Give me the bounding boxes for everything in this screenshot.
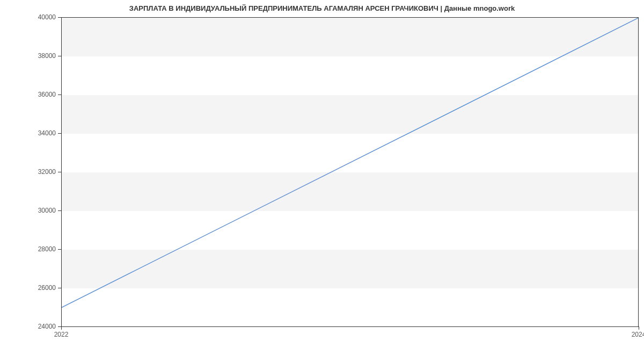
y-tick-label: 34000 [0,129,56,137]
x-tick-label: 2024 [632,331,644,338]
y-tick-label: 38000 [0,52,56,60]
y-tick [58,133,61,134]
y-tick-label: 30000 [0,207,56,214]
y-tick-label: 28000 [0,245,56,253]
y-axis-line [61,17,62,326]
series-line [61,18,639,326]
x-tick [639,326,639,330]
y-tick-label: 24000 [0,323,56,330]
plot-area [61,17,639,326]
y-tick [58,288,61,288]
y-tick [58,249,61,250]
x-axis-line [61,326,639,327]
y-tick [58,210,61,211]
y-tick [58,56,61,56]
y-tick [58,94,61,95]
chart-title: ЗАРПЛАТА В ИНДИВИДУАЛЬНЫЙ ПРЕДПРИНИМАТЕЛ… [0,4,644,12]
y-tick-label: 36000 [0,91,56,98]
y-tick-label: 32000 [0,168,56,176]
y-tick-label: 40000 [0,13,56,21]
chart-container: ЗАРПЛАТА В ИНДИВИДУАЛЬНЫЙ ПРЕДПРИНИМАТЕЛ… [0,0,644,349]
y-tick-label: 26000 [0,284,56,292]
y-tick [58,17,61,18]
x-tick [61,326,62,330]
y-tick [58,172,61,172]
x-tick-label: 2022 [54,331,69,338]
